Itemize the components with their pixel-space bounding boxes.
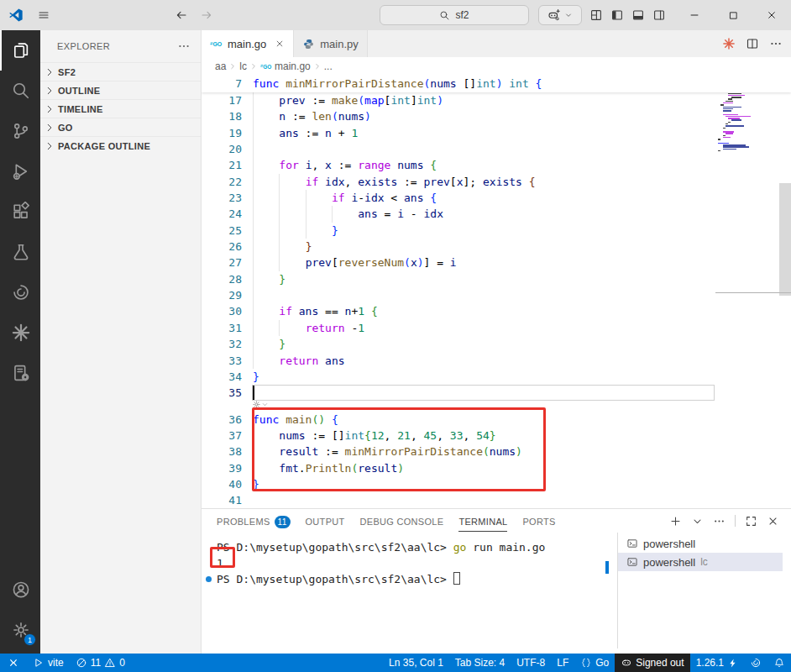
code-line-41[interactable]: 41: [202, 492, 791, 508]
code-line-33[interactable]: 33 return ans: [202, 353, 791, 369]
maximize-button[interactable]: [714, 0, 752, 30]
code-line-31[interactable]: 31 return -1: [202, 320, 791, 336]
breadcrumb-item----[interactable]: ...: [324, 60, 333, 72]
panel-tab-output[interactable]: OUTPUT: [306, 511, 345, 532]
close-icon[interactable]: [767, 515, 779, 528]
command-decoration-dot[interactable]: [206, 576, 212, 582]
code-line-18[interactable]: 18 n := len(nums): [202, 108, 791, 124]
code-line-26[interactable]: 26 }: [202, 239, 791, 255]
line-number: 18: [202, 108, 242, 124]
code-line-39[interactable]: 39 fmt.Println(result): [202, 460, 791, 476]
tab-main.go[interactable]: GOmain.go: [202, 30, 294, 57]
terminal-instance-1[interactable]: powershell: [618, 534, 783, 553]
plus-icon[interactable]: [669, 515, 682, 528]
code-line-35[interactable]: 35: [202, 385, 791, 401]
status-item-problems-summary[interactable]: 110: [70, 654, 131, 672]
code-line-22[interactable]: 22 if idx, exists := prev[x]; exists {: [202, 174, 791, 190]
customize-layout-icon[interactable]: [589, 8, 603, 22]
sidebar-section-sf2[interactable]: SF2: [40, 62, 201, 81]
sidebar-section-go[interactable]: GO: [40, 118, 201, 136]
panel-tab-terminal[interactable]: TERMINAL: [458, 511, 507, 532]
sidebar-section-timeline[interactable]: TIMELINE: [40, 99, 201, 118]
expand-icon[interactable]: [745, 515, 757, 528]
status-item-indentation[interactable]: Tab Size: 4: [449, 654, 511, 672]
starburst-icon[interactable]: [722, 37, 736, 50]
status-item-cursor-position[interactable]: Ln 35, Col 1: [383, 654, 449, 672]
status-item-swirl-status[interactable]: [744, 654, 767, 672]
code-line-30[interactable]: 30 if ans == n+1 {: [202, 303, 791, 319]
status-item-language-mode[interactable]: Go: [574, 654, 615, 672]
code-line-25[interactable]: 25 }: [202, 223, 791, 239]
code-editor[interactable]: 7func minMirrorPairDistance(nums []int) …: [202, 76, 791, 508]
code-line-21[interactable]: 21 for i, x := range nums {: [202, 157, 791, 173]
status-item-remote-indicator[interactable]: [0, 654, 27, 672]
activity-item-explorer[interactable]: [0, 30, 40, 71]
activity-item-swirl[interactable]: [0, 272, 40, 312]
line-number: 20: [202, 141, 242, 157]
sidebar-more-actions-icon[interactable]: [177, 39, 191, 53]
ellipsis-icon[interactable]: [713, 515, 726, 528]
split-editor-icon[interactable]: [746, 37, 759, 50]
activity-item-notebook[interactable]: [0, 353, 40, 393]
code-line-29[interactable]: 29: [202, 287, 791, 303]
copilot-menu-button[interactable]: [538, 5, 582, 25]
toggle-secondary-sidebar-icon[interactable]: [652, 8, 666, 22]
ellipsis-icon[interactable]: [769, 37, 783, 50]
panel-tab-ports[interactable]: PORTS: [522, 511, 555, 532]
status-item-copilot-status[interactable]: Signed out: [615, 654, 689, 672]
chevron-down-icon[interactable]: [691, 515, 704, 528]
minimap-bar: [728, 95, 745, 96]
command-center-search[interactable]: sf2: [380, 5, 529, 25]
code-line-27[interactable]: 27 prev[reverseNum(x)] = i: [202, 255, 791, 270]
panel-tab-debug-console[interactable]: DEBUG CONSOLE: [360, 511, 444, 532]
code-line-40[interactable]: 40}: [202, 476, 791, 492]
panel-tab-problems[interactable]: PROBLEMS11: [217, 511, 291, 532]
breadcrumb-item-aa[interactable]: aa: [215, 60, 226, 72]
status-item-task-vite[interactable]: vite: [27, 654, 70, 672]
activity-item-run-debug[interactable]: [0, 151, 40, 192]
code-line-37[interactable]: 37 nums := []int{12, 21, 45, 33, 54}: [202, 428, 791, 444]
editor-scrollbar[interactable]: [779, 183, 791, 296]
back-arrow-icon[interactable]: [175, 8, 188, 22]
close-window-button[interactable]: [752, 0, 791, 30]
tab-main.py[interactable]: main.py: [294, 30, 368, 57]
forward-arrow-icon[interactable]: [200, 8, 213, 22]
toggle-sidebar-icon[interactable]: [610, 8, 624, 22]
sidebar-section-package-outline[interactable]: PACKAGE OUTLINE: [40, 136, 201, 155]
minimap-line: [718, 152, 778, 153]
status-item-extension-version[interactable]: 1.26.1: [690, 654, 744, 672]
breadcrumb-item-main-go[interactable]: GOmain.go: [260, 60, 311, 72]
code-line-32[interactable]: 32 }: [202, 336, 791, 352]
activity-item-testing[interactable]: [0, 232, 40, 272]
code-line-20[interactable]: 20: [202, 141, 791, 157]
status-item-notifications[interactable]: [767, 654, 791, 672]
activity-item-settings[interactable]: 1: [0, 610, 40, 650]
code-line-24[interactable]: 24 ans = i - idx: [202, 206, 791, 222]
code-line-23[interactable]: 23 if i-idx < ans {: [202, 190, 791, 206]
terminal-output[interactable]: PS D:\mysetup\gopath\src\sf2\aa\lc> go r…: [217, 539, 545, 587]
code-line-19[interactable]: 19 ans := n + 1: [202, 125, 791, 141]
activity-item-account[interactable]: [0, 570, 40, 610]
code-line-36[interactable]: 36func main() {: [202, 412, 791, 428]
activity-item-source-control[interactable]: [0, 111, 40, 151]
code-line-38[interactable]: 38 result := minMirrorPairDistance(nums): [202, 444, 791, 459]
menu-icon[interactable]: [37, 8, 50, 22]
activity-item-search[interactable]: [0, 71, 40, 111]
close-icon[interactable]: [275, 39, 285, 49]
status-item-eol[interactable]: LF: [551, 654, 574, 672]
breadcrumb-item-lc[interactable]: lc: [239, 60, 247, 72]
minimap[interactable]: [718, 76, 778, 504]
codelens-actions[interactable]: [252, 400, 269, 409]
status-item-text: Ln 35, Col 1: [389, 657, 443, 669]
code-line-34[interactable]: 34}: [202, 369, 791, 385]
activity-item-extensions[interactable]: [0, 192, 40, 232]
sidebar-section-outline[interactable]: OUTLINE: [40, 81, 201, 99]
code-line-17[interactable]: 17 prev := make(map[int]int): [202, 92, 791, 108]
status-item-encoding[interactable]: UTF-8: [511, 654, 551, 672]
code-line-28[interactable]: 28 }: [202, 271, 791, 287]
sticky-scroll-line[interactable]: 7func minMirrorPairDistance(nums []int) …: [202, 76, 791, 92]
terminal-instance-2[interactable]: powershelllc: [618, 553, 783, 571]
activity-item-starburst[interactable]: [0, 312, 40, 353]
toggle-panel-icon[interactable]: [631, 8, 645, 22]
minimize-button[interactable]: [675, 0, 714, 30]
